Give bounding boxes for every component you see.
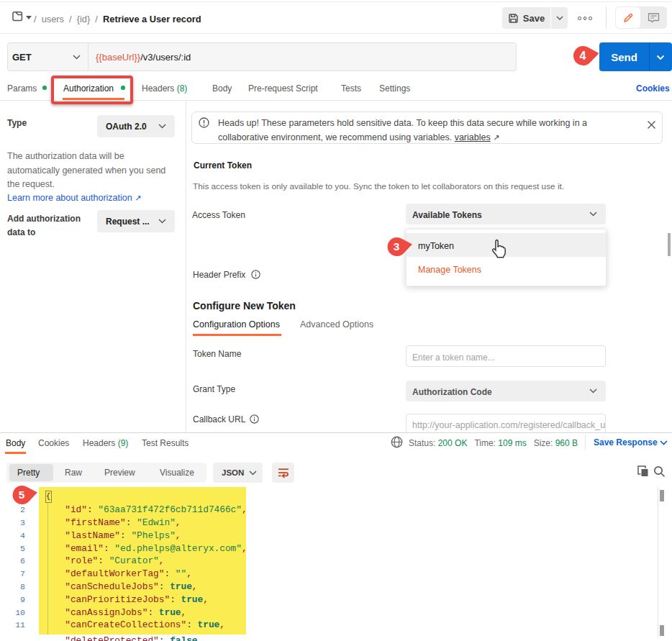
svg-text:3: 3 <box>394 240 400 253</box>
svg-text:5: 5 <box>19 488 25 501</box>
svg-text:4: 4 <box>580 50 586 62</box>
